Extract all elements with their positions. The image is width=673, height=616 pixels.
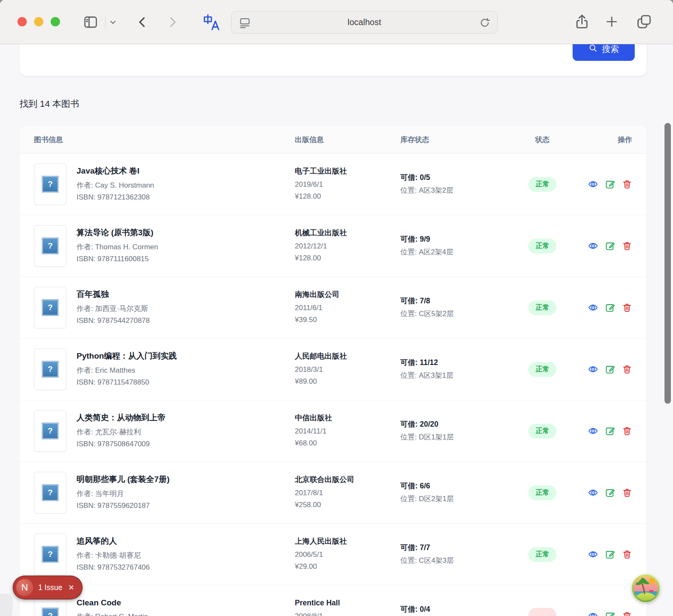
publish-info-cell: 机械工业出版社 2012/12/1 ¥128.00 [295, 228, 400, 264]
actions-cell [573, 426, 632, 436]
close-window-button[interactable] [17, 17, 27, 26]
view-button[interactable] [588, 302, 598, 313]
book-title: 算法导论 (原书第3版) [77, 227, 158, 238]
broken-image-icon: ? [42, 361, 59, 378]
island-extension-button[interactable] [631, 574, 660, 603]
share-button[interactable] [573, 13, 590, 30]
tab-overview-button[interactable] [636, 13, 653, 30]
publish-info-cell: 南海出版公司 2011/6/1 ¥39.50 [295, 289, 400, 325]
edit-icon [605, 431, 615, 437]
delete-button[interactable] [622, 241, 632, 251]
book-info-cell: ? 明朝那些事儿 (套装全7册) 作者: 当年明月 ISBN: 97875596… [34, 472, 295, 513]
tabs-overview-icon [636, 13, 653, 30]
table-row: ? 百年孤独 作者: 加西亚·马尔克斯 ISBN: 9787544270878 … [20, 277, 647, 339]
trash-icon [622, 184, 632, 191]
publish-date: 2006/5/1 [295, 549, 400, 561]
view-button[interactable] [588, 611, 598, 616]
edit-button[interactable] [605, 611, 615, 616]
issue-badge-label: 1 Issue [38, 583, 62, 592]
header-actions: 操作 [573, 135, 632, 145]
issue-badge-close-button[interactable]: ✕ [67, 583, 75, 592]
toolbar-divider [105, 16, 106, 29]
delete-button[interactable] [622, 426, 632, 436]
reload-button[interactable] [479, 17, 490, 29]
book-text: 算法导论 (原书第3版) 作者: Thomas H. Cormen ISBN: … [77, 227, 158, 265]
inventory-cell: 可借: 20/20 位置: D区1架1层 [400, 419, 512, 443]
publish-date: 2018/3/1 [295, 364, 400, 376]
edit-button[interactable] [605, 488, 615, 498]
actions-cell [573, 488, 632, 498]
table-row: ? 追风筝的人 作者: 卡勒德·胡赛尼 ISBN: 9787532767406 … [20, 524, 647, 585]
book-cover-placeholder: ? [34, 348, 66, 390]
delete-button[interactable] [622, 611, 632, 616]
nextjs-logo-icon: N [16, 579, 33, 596]
new-tab-button[interactable] [605, 14, 619, 29]
back-icon [135, 15, 150, 29]
publish-date: 2019/6/1 [295, 179, 400, 191]
book-author: 作者: Eric Matthes [77, 365, 177, 376]
publish-info-cell: 上海人民出版社 2006/5/1 ¥29.00 [295, 536, 400, 572]
edit-button[interactable] [605, 364, 615, 374]
edit-button[interactable] [605, 241, 615, 251]
book-title: Java核心技术 卷I [77, 165, 154, 177]
share-icon [573, 13, 590, 30]
book-author: 作者: 卡勒德·胡赛尼 [77, 550, 150, 562]
book-cover-placeholder: ? [34, 287, 66, 328]
book-info-cell: ? 算法导论 (原书第3版) 作者: Thomas H. Cormen ISBN… [34, 225, 295, 267]
window-controls [17, 17, 60, 26]
book-author: 作者: 尤瓦尔·赫拉利 [77, 426, 165, 438]
address-bar[interactable]: localhost [231, 11, 498, 34]
status-badge: 正常 [528, 547, 556, 562]
zoom-window-button[interactable] [51, 17, 60, 26]
publisher: Prentice Hall [295, 599, 400, 608]
delete-button[interactable] [622, 549, 632, 559]
minimize-window-button[interactable] [34, 17, 43, 26]
edit-button[interactable] [605, 426, 615, 436]
header-inventory: 库存状态 [400, 135, 512, 145]
view-button[interactable] [588, 179, 598, 189]
book-cover-placeholder: ? [34, 410, 66, 452]
book-cover-placeholder: ? [34, 472, 66, 513]
book-text: 百年孤独 作者: 加西亚·马尔克斯 ISBN: 9787544270878 [77, 289, 150, 326]
book-title: 百年孤独 [77, 289, 150, 300]
book-isbn: ISBN: 9787508647009 [77, 438, 165, 450]
dev-tools-strip [0, 594, 12, 616]
header-publish-info: 出版信息 [295, 135, 400, 145]
view-button[interactable] [588, 549, 598, 559]
back-button[interactable] [135, 15, 150, 29]
translate-button[interactable] [202, 13, 221, 31]
delete-button[interactable] [622, 364, 632, 374]
delete-button[interactable] [622, 179, 632, 189]
view-button[interactable] [588, 426, 598, 436]
eye-icon [588, 554, 598, 561]
table-row: ? 明朝那些事儿 (套装全7册) 作者: 当年明月 ISBN: 97875596… [20, 462, 647, 524]
edit-button[interactable] [605, 302, 615, 313]
status-badge: 正常 [528, 485, 556, 500]
eye-icon [588, 246, 598, 252]
sidebar-menu-button[interactable] [109, 19, 117, 26]
desert-island-icon [631, 598, 660, 604]
view-button[interactable] [588, 364, 598, 374]
book-isbn: ISBN: 9787532767406 [77, 562, 150, 573]
view-button[interactable] [588, 241, 598, 251]
sidebar-toggle-button[interactable] [83, 14, 99, 30]
delete-button[interactable] [622, 302, 632, 313]
forward-button[interactable] [165, 15, 180, 29]
edit-button[interactable] [605, 179, 615, 189]
publish-info-cell: 中信出版社 2014/11/1 ¥68.00 [295, 413, 400, 449]
edit-button[interactable] [605, 549, 615, 559]
publish-date: 2012/12/1 [295, 240, 400, 252]
eye-icon [588, 369, 598, 376]
delete-button[interactable] [622, 488, 632, 498]
status-cell: 正常 [512, 177, 573, 192]
edit-icon [605, 493, 615, 499]
view-button[interactable] [588, 488, 598, 498]
issue-badge[interactable]: N 1 Issue ✕ [13, 576, 83, 599]
book-author: 作者: 当年明月 [77, 488, 170, 500]
publish-date: 2014/11/1 [295, 425, 400, 437]
trash-icon [622, 493, 632, 499]
eye-icon [588, 184, 598, 191]
scrollbar-thumb[interactable] [664, 123, 671, 404]
browser-toolbar: localhost [0, 0, 673, 44]
search-button[interactable]: 搜索 [573, 44, 635, 61]
